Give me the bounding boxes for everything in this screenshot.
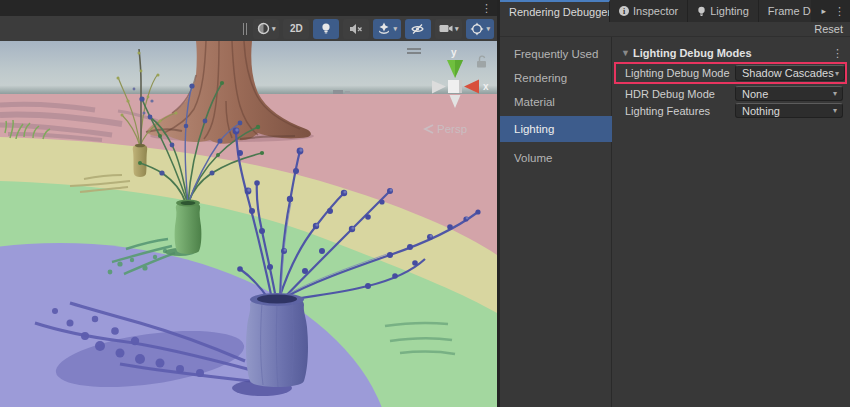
- audio-mute-toggle-button[interactable]: [343, 19, 369, 39]
- rendering-debugger-pane: Rendering Debugger i Inspector Lighting …: [500, 0, 850, 407]
- tab-bar: Rendering Debugger i Inspector Lighting …: [500, 0, 850, 22]
- scene-lighting-toggle-button[interactable]: [313, 19, 339, 39]
- lighting-features-label: Lighting Features: [625, 105, 710, 117]
- light-bulb-icon: [697, 6, 706, 17]
- shading-mode-button[interactable]: ▾: [253, 19, 280, 39]
- row-lighting-debug-mode: Lighting Debug Mode Shadow Cascades ▾: [613, 65, 850, 81]
- tab-label: Inspector: [633, 5, 678, 17]
- chevron-down-icon: ▾: [835, 69, 839, 78]
- sidebar-item-volume[interactable]: Volume: [500, 147, 612, 169]
- tab-lighting[interactable]: Lighting: [688, 0, 759, 22]
- camera-settings-button[interactable]: ▾: [435, 19, 463, 39]
- dropdown-value: None: [742, 88, 768, 100]
- lighting-features-dropdown[interactable]: Nothing ▾: [735, 103, 843, 118]
- sidebar-item-rendering[interactable]: Rendering: [500, 67, 612, 89]
- shaded-sphere-icon: [257, 22, 270, 35]
- speaker-muted-icon: [349, 23, 363, 35]
- chevron-down-icon: ▾: [486, 25, 490, 33]
- scene-view-titlebar: ⋮: [0, 0, 497, 16]
- tab-overflow-arrow-icon[interactable]: ▸: [818, 6, 829, 16]
- debugger-content: ▼ Lighting Debug Modes ⋮ Lighting Debug …: [613, 37, 850, 407]
- sidebar-item-material[interactable]: Material: [500, 91, 612, 113]
- chevron-down-icon: ▾: [272, 25, 276, 33]
- dropdown-value: Shadow Cascades: [742, 67, 834, 79]
- tab-frame-debugger[interactable]: Frame D: [759, 0, 811, 22]
- persp-text: Persp: [437, 123, 467, 135]
- tab-rendering-debugger[interactable]: Rendering Debugger: [500, 0, 610, 22]
- light-bulb-icon: [320, 22, 332, 35]
- dropdown-value: Nothing: [742, 105, 780, 117]
- section-title: Lighting Debug Modes: [633, 47, 752, 59]
- row-hdr-debug-mode: HDR Debug Mode None ▾: [613, 86, 850, 101]
- scene-menu-kebab-icon[interactable]: ⋮: [476, 3, 497, 14]
- sidebar-item-frequently-used[interactable]: Frequently Used: [500, 43, 612, 65]
- toolbar-drag-handle[interactable]: [243, 23, 247, 35]
- tab-extras: ▸ ⋮: [818, 0, 850, 22]
- hdr-debug-mode-label: HDR Debug Mode: [625, 88, 715, 100]
- scene-visibility-toggle-button[interactable]: [405, 19, 431, 39]
- gizmos-toggle-button[interactable]: ▾: [466, 19, 494, 39]
- effects-toggle-button[interactable]: ▾: [373, 19, 401, 39]
- tab-label: Frame D: [768, 5, 811, 17]
- lighting-debug-mode-label: Lighting Debug Mode: [625, 67, 730, 79]
- eye-slash-icon: [410, 23, 425, 35]
- tab-label: Rendering Debugger: [509, 6, 610, 18]
- foldout-arrow-icon[interactable]: ▼: [621, 48, 633, 58]
- lighting-debug-mode-dropdown[interactable]: Shadow Cascades ▾: [735, 65, 845, 81]
- 2d-toggle-button[interactable]: 2D: [283, 19, 309, 39]
- row-lighting-features: Lighting Features Nothing ▾: [613, 103, 850, 118]
- info-icon: i: [619, 6, 629, 16]
- gizmo-y-axis-label: y: [451, 47, 457, 58]
- debugger-sidebar: Frequently Used Rendering Material Light…: [500, 37, 612, 407]
- tab-label: Lighting: [710, 5, 749, 17]
- chevron-down-icon: ▾: [833, 106, 837, 115]
- scene-viewport[interactable]: y x Persp: [0, 41, 497, 407]
- unity-editor-window: ⋮ ▾ 2D: [0, 0, 850, 407]
- camera-icon: [439, 23, 453, 34]
- chevron-down-icon: ▾: [455, 25, 459, 33]
- gizmo-crosshair-icon: [470, 22, 484, 36]
- reset-button[interactable]: Reset: [807, 23, 850, 35]
- gizmo-x-axis-label: x: [483, 81, 489, 92]
- scene-view-toolbar: ▾ 2D ▾: [0, 16, 497, 41]
- tab-inspector[interactable]: i Inspector: [610, 0, 688, 22]
- debugger-body: Frequently Used Rendering Material Light…: [500, 37, 850, 407]
- debugger-toolbar: Reset: [500, 22, 850, 37]
- section-menu-kebab-icon[interactable]: ⋮: [832, 47, 843, 60]
- chevron-down-icon: ▾: [393, 25, 397, 33]
- hdr-debug-mode-dropdown[interactable]: None ▾: [735, 86, 843, 101]
- section-header-lighting-debug-modes[interactable]: ▼ Lighting Debug Modes ⋮: [613, 45, 850, 61]
- chevron-down-icon: ▾: [833, 89, 837, 98]
- effects-sparkle-icon: [377, 22, 391, 35]
- scene-view-pane: ⋮ ▾ 2D: [0, 0, 497, 407]
- sidebar-item-lighting[interactable]: Lighting: [500, 116, 612, 142]
- pane-menu-kebab-icon[interactable]: ⋮: [829, 6, 850, 17]
